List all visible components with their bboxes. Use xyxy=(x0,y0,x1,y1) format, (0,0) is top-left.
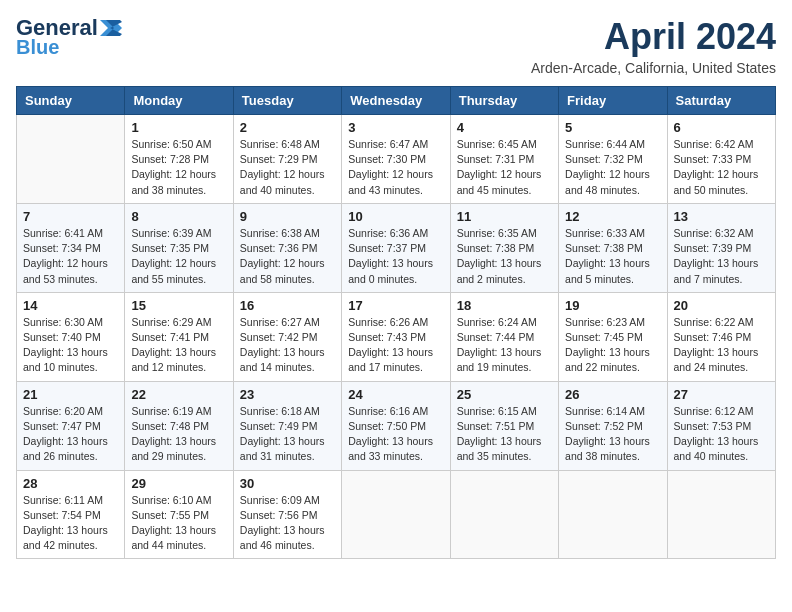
calendar-cell: 13Sunrise: 6:32 AMSunset: 7:39 PMDayligh… xyxy=(667,203,775,292)
weekday-header-monday: Monday xyxy=(125,87,233,115)
calendar-cell xyxy=(667,470,775,559)
calendar-cell: 29Sunrise: 6:10 AMSunset: 7:55 PMDayligh… xyxy=(125,470,233,559)
calendar-cell: 8Sunrise: 6:39 AMSunset: 7:35 PMDaylight… xyxy=(125,203,233,292)
day-number: 28 xyxy=(23,476,118,491)
day-number: 29 xyxy=(131,476,226,491)
weekday-header-wednesday: Wednesday xyxy=(342,87,450,115)
day-number: 1 xyxy=(131,120,226,135)
calendar-cell: 15Sunrise: 6:29 AMSunset: 7:41 PMDayligh… xyxy=(125,292,233,381)
day-info: Sunrise: 6:42 AMSunset: 7:33 PMDaylight:… xyxy=(674,137,769,198)
day-number: 4 xyxy=(457,120,552,135)
day-number: 17 xyxy=(348,298,443,313)
day-info: Sunrise: 6:30 AMSunset: 7:40 PMDaylight:… xyxy=(23,315,118,376)
calendar-cell: 17Sunrise: 6:26 AMSunset: 7:43 PMDayligh… xyxy=(342,292,450,381)
day-info: Sunrise: 6:33 AMSunset: 7:38 PMDaylight:… xyxy=(565,226,660,287)
location-title: Arden-Arcade, California, United States xyxy=(531,60,776,76)
day-info: Sunrise: 6:24 AMSunset: 7:44 PMDaylight:… xyxy=(457,315,552,376)
calendar-body: 1Sunrise: 6:50 AMSunset: 7:28 PMDaylight… xyxy=(17,115,776,559)
calendar-cell: 3Sunrise: 6:47 AMSunset: 7:30 PMDaylight… xyxy=(342,115,450,204)
day-info: Sunrise: 6:35 AMSunset: 7:38 PMDaylight:… xyxy=(457,226,552,287)
day-number: 19 xyxy=(565,298,660,313)
day-info: Sunrise: 6:15 AMSunset: 7:51 PMDaylight:… xyxy=(457,404,552,465)
weekday-header-tuesday: Tuesday xyxy=(233,87,341,115)
calendar-week-1: 1Sunrise: 6:50 AMSunset: 7:28 PMDaylight… xyxy=(17,115,776,204)
day-number: 18 xyxy=(457,298,552,313)
day-number: 11 xyxy=(457,209,552,224)
day-number: 12 xyxy=(565,209,660,224)
calendar-cell: 12Sunrise: 6:33 AMSunset: 7:38 PMDayligh… xyxy=(559,203,667,292)
calendar-cell: 21Sunrise: 6:20 AMSunset: 7:47 PMDayligh… xyxy=(17,381,125,470)
calendar-cell: 30Sunrise: 6:09 AMSunset: 7:56 PMDayligh… xyxy=(233,470,341,559)
day-number: 27 xyxy=(674,387,769,402)
day-number: 5 xyxy=(565,120,660,135)
calendar-cell xyxy=(450,470,558,559)
day-info: Sunrise: 6:14 AMSunset: 7:52 PMDaylight:… xyxy=(565,404,660,465)
day-info: Sunrise: 6:22 AMSunset: 7:46 PMDaylight:… xyxy=(674,315,769,376)
logo: General Blue xyxy=(16,16,122,58)
day-info: Sunrise: 6:38 AMSunset: 7:36 PMDaylight:… xyxy=(240,226,335,287)
logo-subtext: Blue xyxy=(16,36,59,58)
calendar-cell: 7Sunrise: 6:41 AMSunset: 7:34 PMDaylight… xyxy=(17,203,125,292)
calendar-cell: 20Sunrise: 6:22 AMSunset: 7:46 PMDayligh… xyxy=(667,292,775,381)
day-info: Sunrise: 6:45 AMSunset: 7:31 PMDaylight:… xyxy=(457,137,552,198)
day-number: 23 xyxy=(240,387,335,402)
calendar-cell xyxy=(17,115,125,204)
calendar-header: SundayMondayTuesdayWednesdayThursdayFrid… xyxy=(17,87,776,115)
calendar-cell: 1Sunrise: 6:50 AMSunset: 7:28 PMDaylight… xyxy=(125,115,233,204)
weekday-header-thursday: Thursday xyxy=(450,87,558,115)
weekday-row: SundayMondayTuesdayWednesdayThursdayFrid… xyxy=(17,87,776,115)
calendar-cell: 22Sunrise: 6:19 AMSunset: 7:48 PMDayligh… xyxy=(125,381,233,470)
day-info: Sunrise: 6:29 AMSunset: 7:41 PMDaylight:… xyxy=(131,315,226,376)
calendar-cell xyxy=(342,470,450,559)
calendar-cell: 11Sunrise: 6:35 AMSunset: 7:38 PMDayligh… xyxy=(450,203,558,292)
day-number: 3 xyxy=(348,120,443,135)
weekday-header-friday: Friday xyxy=(559,87,667,115)
day-number: 21 xyxy=(23,387,118,402)
day-number: 14 xyxy=(23,298,118,313)
calendar-cell: 27Sunrise: 6:12 AMSunset: 7:53 PMDayligh… xyxy=(667,381,775,470)
day-number: 25 xyxy=(457,387,552,402)
day-info: Sunrise: 6:32 AMSunset: 7:39 PMDaylight:… xyxy=(674,226,769,287)
month-title: April 2024 xyxy=(531,16,776,58)
day-number: 9 xyxy=(240,209,335,224)
title-area: April 2024 Arden-Arcade, California, Uni… xyxy=(531,16,776,76)
day-info: Sunrise: 6:18 AMSunset: 7:49 PMDaylight:… xyxy=(240,404,335,465)
weekday-header-saturday: Saturday xyxy=(667,87,775,115)
calendar-cell: 9Sunrise: 6:38 AMSunset: 7:36 PMDaylight… xyxy=(233,203,341,292)
day-info: Sunrise: 6:41 AMSunset: 7:34 PMDaylight:… xyxy=(23,226,118,287)
calendar-cell: 5Sunrise: 6:44 AMSunset: 7:32 PMDaylight… xyxy=(559,115,667,204)
day-number: 20 xyxy=(674,298,769,313)
day-info: Sunrise: 6:16 AMSunset: 7:50 PMDaylight:… xyxy=(348,404,443,465)
calendar-cell: 2Sunrise: 6:48 AMSunset: 7:29 PMDaylight… xyxy=(233,115,341,204)
day-number: 2 xyxy=(240,120,335,135)
day-number: 13 xyxy=(674,209,769,224)
day-number: 15 xyxy=(131,298,226,313)
day-info: Sunrise: 6:09 AMSunset: 7:56 PMDaylight:… xyxy=(240,493,335,554)
calendar-week-4: 21Sunrise: 6:20 AMSunset: 7:47 PMDayligh… xyxy=(17,381,776,470)
day-number: 7 xyxy=(23,209,118,224)
calendar-table: SundayMondayTuesdayWednesdayThursdayFrid… xyxy=(16,86,776,559)
day-info: Sunrise: 6:27 AMSunset: 7:42 PMDaylight:… xyxy=(240,315,335,376)
calendar-cell xyxy=(559,470,667,559)
day-info: Sunrise: 6:47 AMSunset: 7:30 PMDaylight:… xyxy=(348,137,443,198)
day-number: 8 xyxy=(131,209,226,224)
calendar-cell: 4Sunrise: 6:45 AMSunset: 7:31 PMDaylight… xyxy=(450,115,558,204)
day-info: Sunrise: 6:50 AMSunset: 7:28 PMDaylight:… xyxy=(131,137,226,198)
calendar-week-3: 14Sunrise: 6:30 AMSunset: 7:40 PMDayligh… xyxy=(17,292,776,381)
calendar-cell: 26Sunrise: 6:14 AMSunset: 7:52 PMDayligh… xyxy=(559,381,667,470)
day-info: Sunrise: 6:44 AMSunset: 7:32 PMDaylight:… xyxy=(565,137,660,198)
calendar-cell: 6Sunrise: 6:42 AMSunset: 7:33 PMDaylight… xyxy=(667,115,775,204)
calendar-cell: 18Sunrise: 6:24 AMSunset: 7:44 PMDayligh… xyxy=(450,292,558,381)
day-info: Sunrise: 6:26 AMSunset: 7:43 PMDaylight:… xyxy=(348,315,443,376)
calendar-cell: 14Sunrise: 6:30 AMSunset: 7:40 PMDayligh… xyxy=(17,292,125,381)
calendar-cell: 23Sunrise: 6:18 AMSunset: 7:49 PMDayligh… xyxy=(233,381,341,470)
calendar-cell: 16Sunrise: 6:27 AMSunset: 7:42 PMDayligh… xyxy=(233,292,341,381)
day-number: 30 xyxy=(240,476,335,491)
day-info: Sunrise: 6:36 AMSunset: 7:37 PMDaylight:… xyxy=(348,226,443,287)
page-header: General Blue April 2024 Arden-Arcade, Ca… xyxy=(16,16,776,76)
day-number: 22 xyxy=(131,387,226,402)
calendar-cell: 24Sunrise: 6:16 AMSunset: 7:50 PMDayligh… xyxy=(342,381,450,470)
calendar-cell: 19Sunrise: 6:23 AMSunset: 7:45 PMDayligh… xyxy=(559,292,667,381)
calendar-cell: 28Sunrise: 6:11 AMSunset: 7:54 PMDayligh… xyxy=(17,470,125,559)
day-number: 10 xyxy=(348,209,443,224)
